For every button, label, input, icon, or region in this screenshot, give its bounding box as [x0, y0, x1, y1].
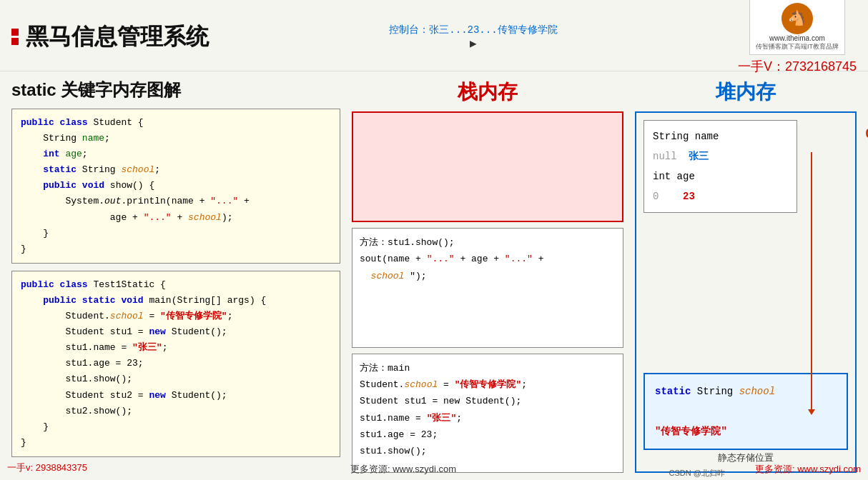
- header-right: 🐴 www.itheima.com 传智播客旗下高端IT教育品牌 一手V：273…: [738, 0, 857, 75]
- main-content: static 关键字内存图解 public class Student { St…: [0, 71, 868, 480]
- contact-info: 一手V：2732168745: [738, 58, 857, 75]
- code-box-test: public class Test1Static { public static…: [11, 271, 340, 457]
- stack-show-content: 方法：stu1.show(); sout(name + "..." + age …: [352, 228, 623, 348]
- bottom-watermark: 更多资源: www.szydi.com: [755, 463, 861, 476]
- logo-url: www.itheima.com: [769, 34, 825, 42]
- page-title: 黑马信息管理系统: [26, 21, 209, 53]
- heap-container: String name null 张三 int age 0 23 001 sta…: [635, 111, 857, 473]
- static-area: static String school "传智专修学院" 静态存储位置: [643, 373, 848, 464]
- middle-panel: 栈内存 方法：stu1.show(); sout(name + "..." + …: [352, 79, 623, 473]
- code-box-student: public class Student { String name; int …: [11, 109, 340, 264]
- stack-method-show: [352, 111, 623, 222]
- logo-tagline: 传智播客旗下高端IT教育品牌: [756, 42, 839, 51]
- watermark-left: 一手v: 2938843375: [7, 461, 87, 474]
- header: 黑马信息管理系统 控制台：张三...23...传智专修学院 ▶ 🐴 www.it…: [0, 0, 868, 71]
- left-panel-title: static 关键字内存图解: [11, 79, 340, 101]
- heap-static-box: static String school "传智专修学院": [643, 373, 848, 450]
- header-center-text: 控制台：张三...23...传智专修学院 ▶: [389, 24, 557, 50]
- logo-circle: 🐴: [781, 3, 813, 34]
- heap-object-001: String name null 张三 int age 0 23: [643, 120, 797, 213]
- csdn-note: CSDN @北归昨: [669, 468, 725, 479]
- right-panel: 堆内存 String name null 张三 int age 0 23 001: [635, 79, 857, 473]
- heap-object-id: 001: [865, 126, 868, 142]
- stack-main-content: 方法：main Student.school = "传智专修学院"; Stude…: [352, 354, 623, 474]
- logo-icon: [11, 29, 19, 45]
- bottom-note: 更多资源: www.szydi.com: [350, 463, 456, 476]
- right-title: 堆内存: [635, 79, 857, 106]
- left-panel: static 关键字内存图解 public class Student { St…: [11, 79, 340, 473]
- logo-box: 🐴 www.itheima.com 传智播客旗下高端IT教育品牌: [749, 0, 845, 55]
- header-left: 黑马信息管理系统: [11, 21, 209, 53]
- middle-title: 栈内存: [352, 79, 623, 106]
- console-text: 控制台：张三...23...传智专修学院: [389, 24, 557, 36]
- arrow-head: [808, 409, 815, 415]
- arrow-line: [811, 152, 812, 411]
- heap-object-wrapper: String name null 张三 int age 0 23 001: [643, 120, 848, 213]
